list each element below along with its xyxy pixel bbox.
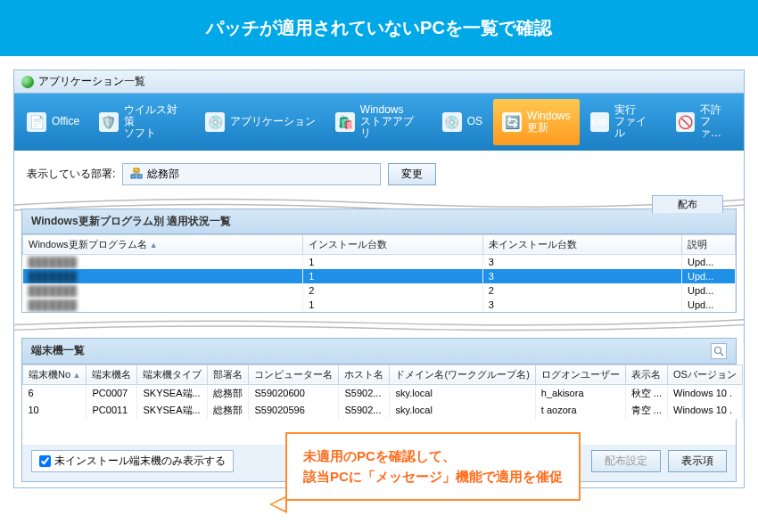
category-toolbar: 📄 Office 🛡️ ウイルス対策 ソフト 💿 アプリケーション 🛍️ Win… (14, 94, 744, 151)
table-row[interactable]: ███████13Upd... (23, 254, 736, 269)
col-header[interactable]: OSバージョン (668, 364, 743, 384)
shield-icon: 🛡️ (99, 112, 118, 132)
tab-windows-update[interactable]: 🔄 Windows 更新 (493, 99, 580, 145)
col-header[interactable]: 端末機名 (87, 364, 137, 384)
col-header[interactable]: コンピューター名 (249, 364, 339, 384)
terminal-table: 端末機No ▲端末機名端末機タイプ部署名コンピューター名ホスト名ドメイン名(ワー… (22, 364, 743, 419)
col-desc[interactable]: 説明 (682, 234, 736, 254)
table-row[interactable]: ███████13Upd... (23, 269, 736, 283)
tab-winstore[interactable]: 🛍️ Windows ストアアプリ (326, 99, 431, 145)
table-row[interactable]: ███████13Upd... (23, 298, 736, 312)
tear-line-mid (13, 315, 745, 332)
checkbox-input[interactable] (39, 455, 51, 467)
search-button[interactable] (711, 343, 727, 359)
distribution-tab[interactable]: 配布 (652, 195, 723, 213)
dept-label: 表示している部署: (27, 167, 115, 182)
sort-asc-icon: ▲ (70, 371, 80, 380)
tab-office[interactable]: 📄 Office (18, 99, 88, 145)
table-row[interactable]: 10PC0011SKYSEA端...総務部S59020596S5902...sk… (23, 402, 743, 419)
tab-os[interactable]: 💿 OS (433, 99, 491, 145)
app-icon (21, 76, 34, 88)
svg-rect-2 (137, 175, 142, 178)
update-table: Windows更新プログラム名 ▲ インストール台数 未インストール台数 説明 … (22, 234, 736, 312)
tab-antivirus[interactable]: 🛡️ ウイルス対策 ソフト (90, 99, 194, 145)
tab-application[interactable]: 💿 アプリケーション (196, 99, 325, 145)
annotation-callout: 未適用のPCを確認して、 該当PCに「メッセージ」機能で適用を催促 (285, 432, 581, 488)
app-window: アプリケーション一覧 📄 Office 🛡️ ウイルス対策 ソフト 💿 アプリケ… (13, 70, 745, 488)
col-header[interactable]: ログオンユーザー (535, 364, 625, 384)
os-disc-icon: 💿 (442, 112, 462, 132)
blocked-icon: 🚫 (676, 112, 695, 132)
col-update-name[interactable]: Windows更新プログラム名 ▲ (23, 234, 303, 254)
update-section-title: Windows更新プログラム別 適用状況一覧 (22, 209, 736, 234)
col-header[interactable]: 端末機タイプ (137, 364, 208, 384)
dept-value: 総務部 (147, 167, 179, 182)
col-header[interactable]: ドメイン名(ワークグループ名) (390, 364, 535, 384)
col-not-installed[interactable]: 未インストール台数 (482, 234, 681, 254)
app-disc-icon: 💿 (205, 112, 225, 132)
display-columns-button[interactable]: 表示項 (668, 450, 727, 472)
update-list-section: 配布 Windows更新プログラム別 適用状況一覧 Windows更新プログラム… (21, 209, 737, 313)
exe-icon: EXE (590, 112, 609, 132)
window-titlebar: アプリケーション一覧 (14, 70, 744, 94)
update-icon: 🔄 (502, 112, 522, 132)
svg-rect-1 (131, 175, 136, 178)
window-title: アプリケーション一覧 (38, 74, 145, 89)
table-row[interactable]: ███████22Upd... (23, 283, 736, 298)
col-header[interactable]: 部署名 (208, 364, 249, 384)
dept-value-box: 総務部 (122, 163, 381, 185)
org-icon (130, 168, 143, 180)
svg-line-4 (721, 353, 723, 356)
distribution-settings-button[interactable]: 配布設定 (591, 450, 661, 472)
col-header[interactable]: 表示名 (625, 364, 667, 384)
col-header[interactable]: 端末機No ▲ (23, 364, 87, 384)
col-installed[interactable]: インストール台数 (303, 234, 482, 254)
department-filter-row: 表示している部署: 総務部 変更 (14, 151, 744, 192)
page-banner: パッチが適用されていないPCを一覧で確認 (0, 0, 758, 56)
search-icon (713, 346, 724, 356)
svg-rect-0 (134, 168, 139, 172)
table-row[interactable]: 6PC0007SKYSEA端...総務部S59020600S5902...sky… (23, 384, 743, 402)
sort-asc-icon: ▲ (150, 241, 158, 250)
filter-uninstalled-checkbox[interactable]: 未インストール端末機のみ表示する (31, 450, 234, 472)
svg-point-3 (715, 347, 721, 353)
tab-blocked[interactable]: 🚫 不許 ファ… (667, 99, 740, 145)
change-dept-button[interactable]: 変更 (388, 163, 436, 185)
store-icon: 🛍️ (335, 112, 354, 132)
tab-exec[interactable]: EXE 実行 ファイル (581, 99, 665, 145)
office-icon: 📄 (27, 112, 46, 132)
col-header[interactable]: ホスト名 (339, 364, 390, 384)
terminal-section-title: 端末機一覧 (31, 343, 85, 358)
